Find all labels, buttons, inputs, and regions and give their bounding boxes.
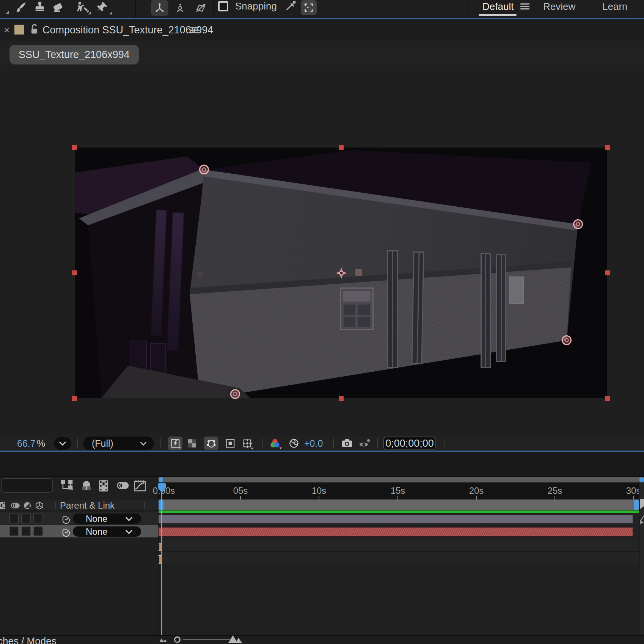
ruler-label: 10s bbox=[312, 485, 327, 496]
layer-row-2-selected[interactable]: None bbox=[0, 525, 158, 537]
selection-handle-mid-right[interactable] bbox=[605, 270, 610, 275]
snap-3d-button[interactable] bbox=[301, 0, 317, 15]
frame-blend-icon[interactable] bbox=[98, 480, 109, 492]
zoom-out-hills-icon[interactable] bbox=[159, 636, 169, 643]
snapshot-camera-icon[interactable] bbox=[340, 437, 354, 450]
layer-switch-box[interactable] bbox=[21, 526, 31, 536]
puppet-pin-tool-icon[interactable] bbox=[96, 1, 108, 14]
playhead-line[interactable] bbox=[161, 493, 162, 635]
roto-brush-tool-icon[interactable] bbox=[74, 1, 90, 14]
eraser-tool-icon[interactable] bbox=[52, 1, 65, 14]
selection-handle-top-center[interactable] bbox=[339, 145, 344, 150]
unlock-icon[interactable] bbox=[30, 24, 39, 35]
selection-handle-bottom-left[interactable] bbox=[72, 396, 77, 401]
region-of-interest-icon[interactable] bbox=[223, 437, 237, 450]
resolution-dropdown[interactable]: (Full) bbox=[83, 437, 154, 450]
timecode-field[interactable]: 0;00;00;00 bbox=[383, 437, 436, 450]
fast-preview-icon[interactable] bbox=[168, 437, 182, 450]
panel-drag-icon[interactable] bbox=[14, 25, 24, 35]
work-area-end-handle[interactable] bbox=[634, 499, 639, 510]
comp-flowchart-icon[interactable] bbox=[61, 480, 74, 491]
pick-whip-icon[interactable] bbox=[60, 514, 70, 524]
selection-handle-bottom-right[interactable] bbox=[605, 396, 610, 401]
motion-blur-icon[interactable] bbox=[117, 480, 130, 491]
clipped-marker-icon bbox=[640, 499, 644, 509]
timecode-value: 0;00;00;00 bbox=[385, 438, 434, 449]
toolbar-separator bbox=[213, 0, 214, 18]
composition-breadcrumb[interactable]: SSU_Texture_2106x994 bbox=[9, 45, 139, 64]
channel-color-icon[interactable] bbox=[268, 437, 282, 450]
status-separator bbox=[262, 438, 263, 448]
exposure-value[interactable]: +0.0 bbox=[304, 436, 323, 451]
panel-close-icon[interactable]: × bbox=[4, 24, 9, 36]
zoom-value[interactable]: 66.7 bbox=[17, 436, 36, 451]
snap-to-feature-icon[interactable] bbox=[284, 0, 297, 12]
transparency-grid-icon[interactable] bbox=[185, 437, 199, 450]
draft-3d-icon[interactable] bbox=[80, 480, 93, 491]
timeline-search-field[interactable] bbox=[1, 478, 53, 493]
snapping-label: Snapping bbox=[235, 0, 277, 12]
toggle-switches-label[interactable]: ches / Modes bbox=[0, 636, 57, 644]
parent-value: None bbox=[86, 526, 107, 537]
zoom-in-hills-icon[interactable] bbox=[228, 634, 243, 644]
layer-row-1[interactable]: None bbox=[0, 512, 158, 525]
effect-point-top-right[interactable] bbox=[573, 219, 583, 229]
zoom-slider[interactable] bbox=[183, 639, 230, 640]
ruler-tick bbox=[319, 496, 319, 499]
work-area-bar[interactable] bbox=[159, 499, 639, 510]
time-ruler[interactable]: 0:00s 05s 10s 15s 20s 25s 30s bbox=[159, 482, 639, 499]
effect-center-point[interactable] bbox=[335, 267, 347, 279]
scene-bright-window bbox=[509, 276, 524, 304]
show-snapshot-icon[interactable] bbox=[357, 437, 372, 450]
workspace-tab-review[interactable]: Review bbox=[543, 0, 575, 13]
panel-menu-icon[interactable] bbox=[190, 27, 199, 33]
layer-switch-box[interactable] bbox=[33, 526, 43, 536]
mask-visibility-icon[interactable] bbox=[204, 437, 218, 450]
layer-switch-box[interactable] bbox=[21, 514, 31, 523]
exposure-icon[interactable] bbox=[287, 437, 301, 450]
brush-tool-icon[interactable] bbox=[14, 1, 27, 14]
time-navigator-bar[interactable] bbox=[159, 477, 644, 482]
parent-dropdown-1[interactable]: None bbox=[73, 514, 141, 524]
effect-point-bottom-left[interactable] bbox=[230, 389, 240, 399]
navigator-end-handle[interactable] bbox=[639, 477, 644, 482]
timeline-empty-area bbox=[159, 564, 644, 635]
workspace-menu-icon[interactable] bbox=[520, 3, 529, 9]
main-toolbar: Snapping Default Review Learn bbox=[0, 0, 644, 18]
zoom-dropdown[interactable] bbox=[54, 437, 71, 450]
partial-tool-icon[interactable] bbox=[6, 11, 9, 14]
selection-handle-top-right[interactable] bbox=[605, 145, 610, 150]
selection-handle-bottom-center[interactable] bbox=[339, 396, 344, 401]
ruler-label: 15s bbox=[391, 485, 405, 496]
graph-editor-icon[interactable] bbox=[134, 480, 146, 492]
effect-point-bottom-right[interactable] bbox=[562, 335, 572, 345]
header-separator bbox=[144, 502, 145, 509]
layer-switch-box[interactable] bbox=[9, 514, 19, 523]
composition-tab-title[interactable]: Composition SSU_Texture_2106x994 bbox=[42, 19, 213, 41]
timeline-right-strip bbox=[639, 482, 644, 635]
selection-handle-top-left[interactable] bbox=[72, 145, 77, 150]
local-axis-mode-button[interactable] bbox=[151, 0, 168, 16]
snapping-checkbox[interactable] bbox=[218, 1, 228, 11]
clipped-curve-icon bbox=[640, 515, 644, 524]
selection-handle-mid-left[interactable] bbox=[72, 270, 77, 275]
composition-viewport[interactable] bbox=[0, 64, 644, 436]
grid-guides-icon[interactable] bbox=[240, 437, 254, 450]
layer-switch-box[interactable] bbox=[9, 526, 19, 536]
empty-layer-strip bbox=[159, 539, 644, 552]
navigator-start-handle[interactable] bbox=[159, 477, 163, 482]
ruler-tick bbox=[476, 496, 477, 499]
workspace-tab-default[interactable]: Default bbox=[482, 0, 514, 13]
view-axis-mode-button[interactable] bbox=[192, 0, 209, 16]
layer-bar-2[interactable] bbox=[159, 527, 633, 537]
layer-switch-box[interactable] bbox=[33, 514, 43, 523]
world-axis-mode-button[interactable] bbox=[171, 0, 189, 16]
zoom-slider-thumb[interactable] bbox=[174, 636, 181, 643]
effect-point-top-left[interactable] bbox=[199, 165, 209, 174]
workspace-tab-learn[interactable]: Learn bbox=[602, 0, 628, 13]
comp-status-bar: 66.7 % (Full) bbox=[0, 436, 644, 451]
pick-whip-icon[interactable] bbox=[60, 527, 70, 537]
layer-bar-1[interactable] bbox=[159, 514, 633, 524]
parent-dropdown-2[interactable]: None bbox=[73, 526, 141, 537]
clone-stamp-tool-icon[interactable] bbox=[33, 1, 46, 14]
